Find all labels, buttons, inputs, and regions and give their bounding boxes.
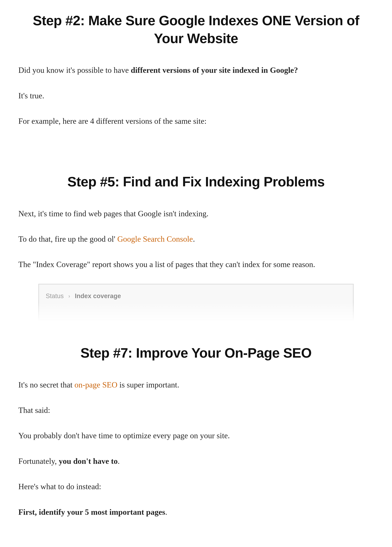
text-span: . (165, 508, 167, 516)
bold-text: you don't have to (59, 457, 118, 465)
section-step-7: Step #7: Improve Your On-Page SEO It's n… (0, 332, 392, 547)
paragraph: Next, it's time to find web pages that G… (18, 207, 374, 220)
bold-text: different versions of your site indexed … (131, 66, 298, 75)
paragraph: For example, here are 4 different versio… (18, 115, 374, 127)
gsc-panel: Status › Index coverage (38, 284, 354, 320)
paragraph: The "Index Coverage" report shows you a … (18, 258, 374, 271)
text-span: . (118, 457, 120, 465)
link-on-page-seo[interactable]: on-page SEO (74, 380, 117, 389)
heading-step-5: Step #5: Find and Fix Indexing Problems (18, 173, 374, 191)
breadcrumb: Status › Index coverage (46, 293, 346, 300)
section-step-2: Step #2: Make Sure Google Indexes ONE Ve… (0, 0, 392, 161)
text-span: is super important. (117, 380, 179, 389)
heading-step-2: Step #2: Make Sure Google Indexes ONE Ve… (18, 12, 374, 47)
body-step-7: It's no secret that on-page SEO is super… (18, 379, 374, 518)
fade-overlay (0, 517, 392, 547)
paragraph: It's no secret that on-page SEO is super… (18, 379, 374, 391)
paragraph: Did you know it's possible to have diffe… (18, 64, 374, 76)
fade-overlay (0, 131, 392, 161)
text-span: Did you know it's possible to have (18, 66, 131, 75)
paragraph: First, identify your 5 most important pa… (18, 506, 374, 518)
link-google-search-console[interactable]: Google Search Console (117, 234, 193, 243)
paragraph: To do that, fire up the good ol' Google … (18, 233, 374, 245)
body-step-5: Next, it's time to find web pages that G… (18, 207, 374, 271)
paragraph: That said: (18, 404, 374, 416)
paragraph: You probably don't have time to optimize… (18, 429, 374, 442)
text-span: Fortunately, (18, 457, 59, 465)
paragraph: It's true. (18, 89, 374, 102)
chevron-right-icon: › (68, 293, 70, 299)
text-span: It's no secret that (18, 380, 74, 389)
section-step-5: Step #5: Find and Fix Indexing Problems … (0, 161, 392, 332)
breadcrumb-item-index-coverage: Index coverage (75, 293, 121, 300)
heading-step-7: Step #7: Improve Your On-Page SEO (18, 344, 374, 362)
body-step-2: Did you know it's possible to have diffe… (18, 64, 374, 127)
text-span: . (193, 234, 195, 243)
paragraph: Here's what to do instead: (18, 480, 374, 493)
bold-text: First, identify your 5 most important pa… (18, 508, 165, 516)
screenshot-embed: Status › Index coverage (38, 284, 354, 320)
paragraph: Fortunately, you don't have to. (18, 455, 374, 467)
breadcrumb-item-status: Status (46, 293, 64, 300)
text-span: To do that, fire up the good ol' (18, 234, 117, 243)
